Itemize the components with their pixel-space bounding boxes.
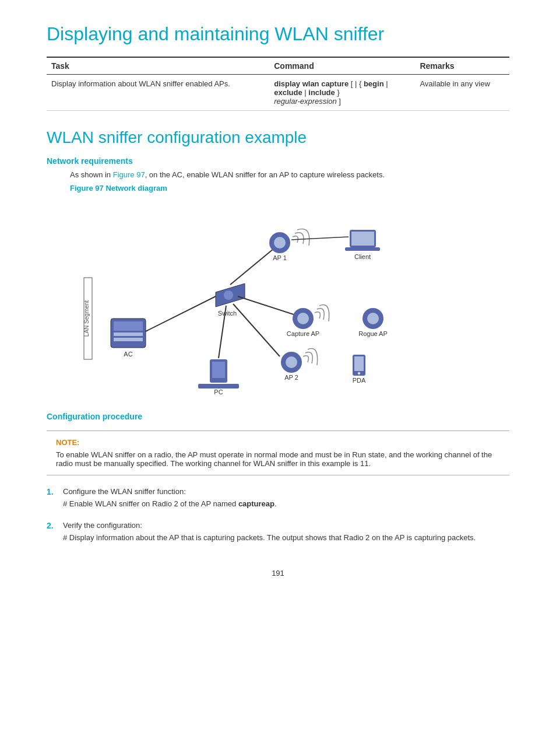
svg-text:LAN Segment: LAN Segment <box>83 300 90 337</box>
step-1-number: 1. <box>47 487 63 496</box>
step-1-bold: captureap <box>238 499 275 508</box>
step-2-number: 2. <box>47 521 63 530</box>
svg-text:AC: AC <box>124 351 132 358</box>
svg-point-33 <box>358 372 360 374</box>
step-2-detail: # Display information about the AP that … <box>63 533 509 542</box>
note-label: NOTE: <box>56 438 500 447</box>
command-table: Task Command Remarks Display information… <box>47 57 509 111</box>
step-1-text: Configure the WLAN sniffer function: <box>63 487 509 496</box>
table-cell-task: Display information about WLAN sniffer e… <box>47 75 269 111</box>
svg-line-11 <box>230 249 274 285</box>
table-cell-command: display wlan capture [ | { begin | exclu… <box>269 75 415 111</box>
svg-rect-3 <box>114 321 143 331</box>
figure-caption: Figure 97 Network diagram <box>47 184 509 192</box>
svg-point-29 <box>286 356 297 368</box>
svg-text:PDA: PDA <box>353 377 366 384</box>
svg-line-12 <box>238 296 297 316</box>
intro-text: As shown in Figure 97, on the AC, enable… <box>47 170 509 179</box>
svg-text:Capture AP: Capture AP <box>287 330 319 337</box>
svg-point-15 <box>274 237 286 249</box>
page-title-1: Displaying and maintaining WLAN sniffer <box>47 23 509 45</box>
svg-point-26 <box>367 313 379 324</box>
step-2-text: Verify the configuration: <box>63 521 509 530</box>
col-header-command: Command <box>269 57 415 75</box>
svg-rect-36 <box>212 362 225 378</box>
svg-rect-5 <box>114 338 143 341</box>
step-2: 2. Verify the configuration: # Display i… <box>47 521 509 545</box>
network-diagram: LAN Segment AC Switch AP 1 Client <box>82 202 420 400</box>
note-text: To enable WLAN sniffer on a radio, the A… <box>56 450 500 468</box>
figure-link[interactable]: Figure 97 <box>113 170 145 179</box>
svg-line-13 <box>233 304 280 356</box>
svg-rect-32 <box>354 356 364 371</box>
page-number: 191 <box>47 569 509 578</box>
svg-point-23 <box>297 313 309 324</box>
col-header-task: Task <box>47 57 269 75</box>
svg-rect-18 <box>351 232 374 246</box>
svg-rect-37 <box>198 384 239 388</box>
svg-text:Rogue AP: Rogue AP <box>358 330 388 337</box>
svg-line-10 <box>146 296 216 331</box>
network-requirements-heading: Network requirements <box>47 156 509 166</box>
col-header-remarks: Remarks <box>415 57 509 75</box>
table-cell-remarks: Available in any view <box>415 75 509 111</box>
step-1: 1. Configure the WLAN sniffer function: … <box>47 487 509 512</box>
table-row: Display information about WLAN sniffer e… <box>47 75 509 111</box>
svg-rect-4 <box>114 332 143 336</box>
svg-rect-19 <box>345 247 380 251</box>
config-procedure-heading: Configuration procedure <box>47 412 509 421</box>
note-box: NOTE: To enable WLAN sniffer on a radio,… <box>47 430 509 475</box>
svg-text:AP 2: AP 2 <box>284 374 298 381</box>
svg-point-8 <box>224 290 233 300</box>
svg-text:Switch: Switch <box>218 310 237 317</box>
svg-text:PC: PC <box>214 388 223 396</box>
svg-text:Client: Client <box>354 253 371 260</box>
svg-line-21 <box>291 237 349 240</box>
step-1-detail: # Enable WLAN sniffer on Radio 2 of the … <box>63 499 509 508</box>
svg-text:AP 1: AP 1 <box>273 254 287 261</box>
page-title-2: WLAN sniffer configuration example <box>47 128 509 147</box>
